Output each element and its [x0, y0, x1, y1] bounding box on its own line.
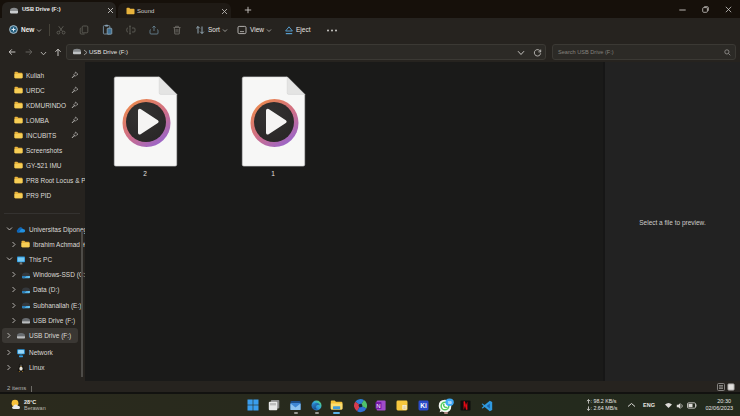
- svg-text:Ki: Ki: [420, 402, 427, 409]
- svg-text:N: N: [376, 402, 380, 408]
- svg-text:99: 99: [448, 401, 452, 405]
